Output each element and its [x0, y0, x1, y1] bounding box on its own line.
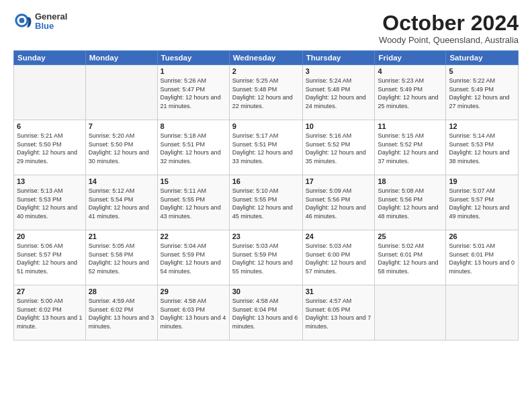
day-number: 29: [161, 287, 226, 295]
calendar-cell: 2Sunrise: 5:25 AMSunset: 5:48 PMDaylight…: [229, 65, 302, 120]
day-number: 16: [232, 177, 300, 185]
calendar-table: SundayMondayTuesdayWednesdayThursdayFrid…: [13, 50, 519, 340]
logo-icon: [13, 12, 32, 31]
day-detail: Sunrise: 4:58 AMSunset: 6:04 PMDaylight:…: [232, 297, 300, 330]
day-number: 20: [17, 232, 83, 240]
day-number: 12: [449, 122, 515, 130]
calendar-cell: 23Sunrise: 5:03 AMSunset: 5:59 PMDayligh…: [229, 230, 302, 285]
calendar-cell: 9Sunrise: 5:17 AMSunset: 5:51 PMDaylight…: [229, 120, 302, 175]
day-detail: Sunrise: 5:24 AMSunset: 5:48 PMDaylight:…: [306, 77, 372, 110]
day-detail: Sunrise: 5:04 AMSunset: 5:59 PMDaylight:…: [161, 242, 226, 275]
day-detail: Sunrise: 5:10 AMSunset: 5:55 PMDaylight:…: [232, 187, 300, 220]
day-header-sunday: Sunday: [14, 51, 86, 65]
calendar-cell: 15Sunrise: 5:11 AMSunset: 5:55 PMDayligh…: [157, 175, 229, 230]
day-number: 27: [17, 287, 83, 295]
day-detail: Sunrise: 5:09 AMSunset: 5:56 PMDaylight:…: [306, 187, 372, 220]
svg-point-2: [19, 18, 25, 24]
day-detail: Sunrise: 5:06 AMSunset: 5:57 PMDaylight:…: [17, 242, 83, 275]
day-number: 25: [378, 232, 443, 240]
day-header-tuesday: Tuesday: [157, 51, 229, 65]
day-detail: Sunrise: 5:00 AMSunset: 6:02 PMDaylight:…: [17, 297, 83, 330]
calendar-cell: 28Sunrise: 4:59 AMSunset: 6:02 PMDayligh…: [85, 285, 157, 340]
calendar-week-2: 6Sunrise: 5:21 AMSunset: 5:50 PMDaylight…: [14, 120, 519, 175]
day-detail: Sunrise: 5:18 AMSunset: 5:51 PMDaylight:…: [161, 132, 226, 165]
calendar-cell: 22Sunrise: 5:04 AMSunset: 5:59 PMDayligh…: [157, 230, 229, 285]
day-number: 19: [449, 177, 515, 185]
month-title: October 2024: [379, 12, 519, 34]
day-detail: Sunrise: 5:01 AMSunset: 6:01 PMDaylight:…: [449, 242, 515, 275]
day-number: 9: [232, 122, 300, 130]
day-detail: Sunrise: 5:02 AMSunset: 6:01 PMDaylight:…: [378, 242, 443, 275]
day-number: 13: [17, 177, 83, 185]
logo-blue: Blue: [35, 21, 67, 31]
day-number: 15: [161, 177, 226, 185]
logo-text: General Blue: [35, 12, 67, 32]
calendar-week-4: 20Sunrise: 5:06 AMSunset: 5:57 PMDayligh…: [14, 230, 519, 285]
calendar-cell: 18Sunrise: 5:08 AMSunset: 5:56 PMDayligh…: [375, 175, 446, 230]
calendar-cell: 8Sunrise: 5:18 AMSunset: 5:51 PMDaylight…: [157, 120, 229, 175]
calendar-cell: 27Sunrise: 5:00 AMSunset: 6:02 PMDayligh…: [14, 285, 86, 340]
day-detail: Sunrise: 5:11 AMSunset: 5:55 PMDaylight:…: [161, 187, 226, 220]
calendar-cell: 1Sunrise: 5:26 AMSunset: 5:47 PMDaylight…: [157, 65, 229, 120]
calendar-cell: 7Sunrise: 5:20 AMSunset: 5:50 PMDaylight…: [85, 120, 157, 175]
day-number: 23: [232, 232, 300, 240]
day-number: 22: [161, 232, 226, 240]
day-number: 14: [89, 177, 154, 185]
logo: General Blue: [13, 12, 67, 32]
day-detail: Sunrise: 5:12 AMSunset: 5:54 PMDaylight:…: [89, 187, 154, 220]
day-number: 30: [232, 287, 300, 295]
day-detail: Sunrise: 4:57 AMSunset: 6:05 PMDaylight:…: [306, 297, 372, 330]
day-number: 5: [449, 67, 515, 75]
day-detail: Sunrise: 4:58 AMSunset: 6:03 PMDaylight:…: [161, 297, 226, 330]
calendar-cell: 31Sunrise: 4:57 AMSunset: 6:05 PMDayligh…: [302, 285, 375, 340]
calendar-cell: 30Sunrise: 4:58 AMSunset: 6:04 PMDayligh…: [229, 285, 302, 340]
calendar-cell: 14Sunrise: 5:12 AMSunset: 5:54 PMDayligh…: [85, 175, 157, 230]
day-detail: Sunrise: 5:05 AMSunset: 5:58 PMDaylight:…: [89, 242, 154, 275]
calendar-cell: 29Sunrise: 4:58 AMSunset: 6:03 PMDayligh…: [157, 285, 229, 340]
day-number: 24: [306, 232, 372, 240]
day-number: 31: [306, 287, 372, 295]
day-detail: Sunrise: 5:15 AMSunset: 5:52 PMDaylight:…: [378, 132, 443, 165]
day-detail: Sunrise: 5:07 AMSunset: 5:57 PMDaylight:…: [449, 187, 515, 220]
calendar-cell: 3Sunrise: 5:24 AMSunset: 5:48 PMDaylight…: [302, 65, 375, 120]
day-number: 10: [306, 122, 372, 130]
title-block: October 2024 Woody Point, Queensland, Au…: [379, 12, 519, 45]
day-detail: Sunrise: 5:13 AMSunset: 5:53 PMDaylight:…: [17, 187, 83, 220]
calendar-cell: 19Sunrise: 5:07 AMSunset: 5:57 PMDayligh…: [446, 175, 519, 230]
calendar-cell: 4Sunrise: 5:23 AMSunset: 5:49 PMDaylight…: [375, 65, 446, 120]
calendar-cell: [375, 285, 446, 340]
calendar-cell: 12Sunrise: 5:14 AMSunset: 5:53 PMDayligh…: [446, 120, 519, 175]
day-number: 26: [449, 232, 515, 240]
day-number: 17: [306, 177, 372, 185]
page: General Blue October 2024 Woody Point, Q…: [0, 0, 532, 347]
calendar-cell: 6Sunrise: 5:21 AMSunset: 5:50 PMDaylight…: [14, 120, 86, 175]
calendar-cell: 11Sunrise: 5:15 AMSunset: 5:52 PMDayligh…: [375, 120, 446, 175]
day-detail: Sunrise: 5:23 AMSunset: 5:49 PMDaylight:…: [378, 77, 443, 110]
day-detail: Sunrise: 5:25 AMSunset: 5:48 PMDaylight:…: [232, 77, 300, 110]
day-header-friday: Friday: [375, 51, 446, 65]
day-detail: Sunrise: 5:26 AMSunset: 5:47 PMDaylight:…: [161, 77, 226, 110]
day-header-saturday: Saturday: [446, 51, 519, 65]
header: General Blue October 2024 Woody Point, Q…: [13, 12, 519, 45]
day-number: 21: [89, 232, 154, 240]
day-number: 3: [306, 67, 372, 75]
day-header-monday: Monday: [85, 51, 157, 65]
calendar-cell: [446, 285, 519, 340]
day-detail: Sunrise: 5:17 AMSunset: 5:51 PMDaylight:…: [232, 132, 300, 165]
calendar-header-row: SundayMondayTuesdayWednesdayThursdayFrid…: [14, 51, 519, 65]
calendar-cell: 10Sunrise: 5:16 AMSunset: 5:52 PMDayligh…: [302, 120, 375, 175]
calendar-cell: 26Sunrise: 5:01 AMSunset: 6:01 PMDayligh…: [446, 230, 519, 285]
day-detail: Sunrise: 5:20 AMSunset: 5:50 PMDaylight:…: [89, 132, 154, 165]
day-number: 6: [17, 122, 83, 130]
day-number: 28: [89, 287, 154, 295]
calendar-cell: 21Sunrise: 5:05 AMSunset: 5:58 PMDayligh…: [85, 230, 157, 285]
day-number: 1: [161, 67, 226, 75]
calendar-cell: 16Sunrise: 5:10 AMSunset: 5:55 PMDayligh…: [229, 175, 302, 230]
day-detail: Sunrise: 5:21 AMSunset: 5:50 PMDaylight:…: [17, 132, 83, 165]
day-number: 2: [232, 67, 300, 75]
day-detail: Sunrise: 5:16 AMSunset: 5:52 PMDaylight:…: [306, 132, 372, 165]
calendar-week-1: 1Sunrise: 5:26 AMSunset: 5:47 PMDaylight…: [14, 65, 519, 120]
calendar-cell: 24Sunrise: 5:03 AMSunset: 6:00 PMDayligh…: [302, 230, 375, 285]
day-number: 8: [161, 122, 226, 130]
calendar-cell: [14, 65, 86, 120]
